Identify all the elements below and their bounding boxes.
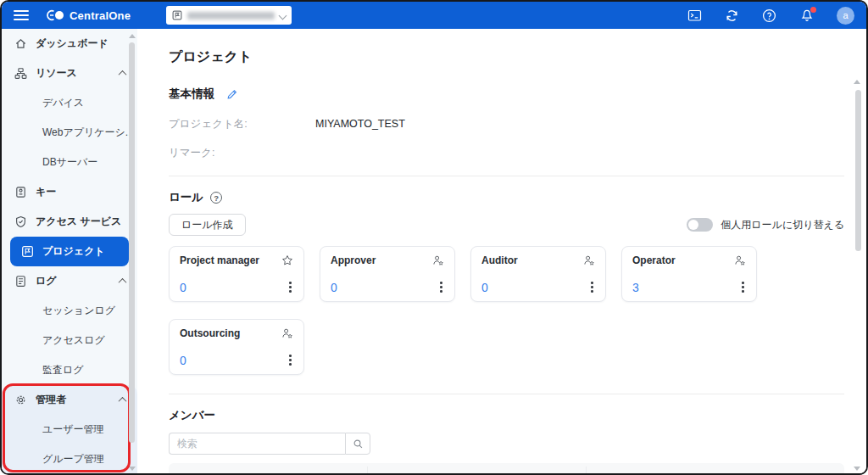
- sidebar-item-devices[interactable]: デバイス: [2, 88, 137, 118]
- sidebar-item-db-server[interactable]: DBサーバー: [2, 148, 137, 177]
- sidebar-scrollbar-up-arrow[interactable]: [129, 34, 136, 38]
- brand-logo: CentralOne: [46, 8, 131, 22]
- members-heading: メンバー: [169, 408, 215, 423]
- topbar-actions: a: [687, 7, 854, 25]
- sidebar-scrollbar-thumb[interactable]: [129, 42, 135, 443]
- user-star-icon: [734, 254, 746, 266]
- help-icon[interactable]: [762, 8, 776, 23]
- kebab-menu-icon[interactable]: [287, 353, 293, 367]
- kebab-menu-icon[interactable]: [589, 280, 595, 294]
- chevron-up-icon[interactable]: [119, 70, 127, 79]
- role-card-outsourcing: Outsourcing 0: [169, 319, 304, 375]
- section-divider: [169, 394, 844, 394]
- sidebar-item-label: グループ管理: [42, 452, 104, 467]
- member-search-input[interactable]: [169, 433, 345, 455]
- toggle-knob: [688, 220, 698, 230]
- sidebar-item-label: プロジェクト: [42, 244, 105, 259]
- user-star-icon: [583, 254, 595, 266]
- key-icon: [14, 186, 27, 199]
- chevron-down-icon: [279, 11, 287, 20]
- members-table-header: [169, 463, 844, 473]
- role-name: Operator: [632, 254, 676, 266]
- terminal-icon[interactable]: [687, 8, 702, 23]
- edit-pencil-icon[interactable]: [226, 88, 238, 100]
- search-button[interactable]: [345, 433, 370, 455]
- role-name: Auditor: [481, 254, 518, 266]
- field-project-name: プロジェクト名: MIYAMOTO_TEST: [169, 117, 844, 131]
- sidebar-item-dashboard[interactable]: ダッシュボード: [2, 29, 137, 59]
- hamburger-menu-icon[interactable]: [14, 10, 29, 20]
- role-name: Project manager: [180, 254, 259, 266]
- top-bar: CentralOne a: [2, 2, 866, 29]
- sidebar-item-label: アクセスログ: [42, 333, 105, 348]
- app-window: CentralOne a: [0, 0, 868, 475]
- sidebar-item-user-management[interactable]: ユーザー管理: [2, 415, 137, 444]
- main-scrollbar-up-arrow[interactable]: [854, 80, 860, 84]
- role-card-approver: Approver 0: [320, 246, 455, 302]
- shield-check-icon: [14, 215, 27, 229]
- main-content: プロジェクト 基本情報 プロジェクト名: MIYAMOTO_TEST リマーク:…: [137, 29, 866, 473]
- sidebar-item-web-applications[interactable]: Webアプリケーシ...: [2, 118, 137, 148]
- role-member-count-link[interactable]: 0: [331, 281, 337, 294]
- project-icon: [20, 245, 34, 259]
- sidebar-item-label: リソース: [36, 66, 77, 81]
- sidebar-item-label: デバイス: [42, 96, 84, 110]
- field-value: MIYAMOTO_TEST: [315, 117, 405, 131]
- user-avatar[interactable]: a: [837, 7, 854, 25]
- sidebar-item-label: 監査ログ: [42, 363, 84, 377]
- sidebar-item-session-log[interactable]: セッションログ: [2, 296, 137, 326]
- role-card-project-manager: Project manager 0: [169, 246, 304, 302]
- centralone-logo-icon: [46, 8, 64, 22]
- brand-name: CentralOne: [70, 9, 131, 22]
- kebab-menu-icon[interactable]: [740, 280, 746, 294]
- sidebar: ダッシュボード リソース デバイス Webアプリケーシ... DBサーバー キー: [2, 29, 137, 473]
- sidebar-item-group-management[interactable]: グループ管理: [2, 444, 137, 474]
- field-label: リマーク:: [169, 146, 315, 159]
- star-icon: [281, 254, 293, 266]
- log-icon: [14, 275, 27, 288]
- role-member-count-link[interactable]: 0: [180, 354, 186, 367]
- gear-icon: [14, 394, 27, 407]
- role-name: Approver: [331, 254, 376, 266]
- role-member-count-link[interactable]: 3: [632, 281, 639, 294]
- sidebar-admin-section: 管理者 ユーザー管理 グループ管理: [2, 385, 137, 474]
- sidebar-item-access-log[interactable]: アクセスログ: [2, 326, 137, 355]
- personal-role-toggle[interactable]: [687, 218, 713, 232]
- sidebar-item-label: ユーザー管理: [42, 422, 104, 437]
- role-card-operator: Operator 3: [621, 246, 757, 302]
- sidebar-item-label: ダッシュボード: [36, 36, 108, 51]
- role-cards-row-1: Project manager 0 Approver 0: [169, 246, 844, 302]
- sync-icon[interactable]: [725, 8, 739, 23]
- kebab-menu-icon[interactable]: [438, 280, 444, 294]
- sidebar-item-access-service[interactable]: アクセス サービス: [2, 207, 137, 237]
- sidebar-item-audit-log[interactable]: 監査ログ: [2, 355, 137, 385]
- roles-heading: ロール: [169, 190, 203, 205]
- main-scrollbar-thumb[interactable]: [855, 90, 861, 251]
- sidebar-item-resources[interactable]: リソース: [2, 59, 137, 88]
- bell-icon[interactable]: [799, 8, 814, 23]
- create-role-button[interactable]: ロール作成: [169, 214, 246, 236]
- section-divider: [169, 176, 844, 176]
- role-card-auditor: Auditor 0: [470, 246, 606, 302]
- sidebar-item-keys[interactable]: キー: [2, 177, 137, 207]
- home-icon: [14, 37, 27, 51]
- page-title: プロジェクト: [169, 46, 844, 68]
- role-member-count-link[interactable]: 0: [481, 281, 488, 294]
- roles-help-icon[interactable]: ?: [210, 192, 222, 204]
- chevron-up-icon[interactable]: [119, 278, 127, 287]
- sidebar-item-logs[interactable]: ログ: [2, 266, 137, 296]
- basic-info-heading: 基本情報: [169, 87, 214, 102]
- notification-dot: [810, 7, 816, 13]
- chevron-up-icon[interactable]: [119, 397, 127, 405]
- kebab-menu-icon[interactable]: [287, 280, 293, 294]
- project-icon: [172, 10, 182, 20]
- main-scrollbar-down-arrow[interactable]: [854, 467, 860, 471]
- sidebar-item-label: DBサーバー: [42, 155, 97, 170]
- sidebar-item-administrator[interactable]: 管理者: [2, 385, 137, 415]
- sidebar-scrollbar-down-arrow[interactable]: [129, 467, 136, 471]
- user-star-icon: [281, 327, 293, 339]
- role-member-count-link[interactable]: 0: [180, 281, 186, 294]
- project-selector-dropdown[interactable]: [166, 6, 292, 25]
- personal-role-toggle-label: 個人用ロールに切り替える: [721, 218, 844, 232]
- sidebar-item-project[interactable]: プロジェクト: [10, 237, 129, 266]
